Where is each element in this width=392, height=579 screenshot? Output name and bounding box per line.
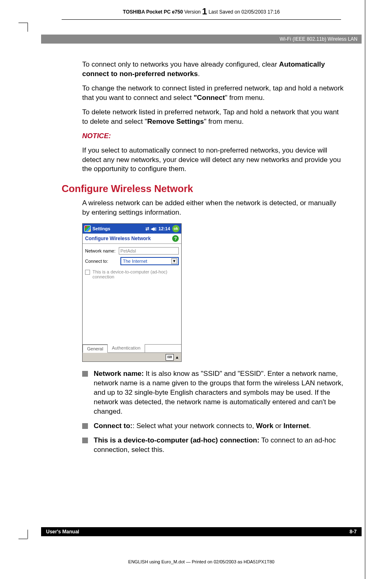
paragraph: A wireless network can be added either w…	[82, 199, 345, 218]
paragraph: If you select to automatically connect t…	[82, 146, 345, 174]
tab-bar: General Authentication	[83, 344, 181, 352]
footer-right: 8-7	[350, 529, 357, 535]
list-item: Network name: It is also know as "SSID" …	[82, 369, 345, 417]
paragraph: To connect only to networks you have alr…	[82, 60, 345, 79]
adhoc-checkbox-row[interactable]: This is a device-to-computer (ad-hoc) co…	[83, 269, 181, 283]
crop-mark	[28, 530, 28, 539]
ppc-title: Settings	[92, 226, 110, 231]
print-info: ENGLISH using Euro_M.dot — Printed on 02…	[41, 559, 362, 564]
clock: 12:14	[159, 226, 170, 231]
connect-to-label: Connect to:	[85, 259, 120, 264]
ppc-subheader: Configure Wireless Network ?	[83, 234, 181, 244]
crop-mark	[18, 539, 28, 539]
sip-bar: ⌨ ▲	[83, 352, 181, 361]
start-icon[interactable]	[84, 225, 91, 232]
adhoc-label: This is a device-to-computer (ad-hoc) co…	[92, 269, 179, 279]
pocketpc-screenshot: Settings ⇄ ◀ϵ 12:14 ok Configure Wireles…	[82, 223, 182, 362]
network-name-label: Network name:	[85, 248, 119, 253]
list-item: This is a device-to-computer (ad-hoc) co…	[82, 436, 345, 455]
footer-left: User's Manual	[46, 529, 79, 535]
paragraph: To change the network to connect listed …	[82, 84, 345, 103]
network-name-input[interactable]	[119, 247, 179, 255]
connectivity-icon[interactable]: ⇄	[145, 226, 149, 232]
running-header: TOSHIBA Pocket PC e750 Version 1 Last Sa…	[62, 6, 341, 20]
crop-mark	[28, 23, 28, 32]
ppc-titlebar: Settings ⇄ ◀ϵ 12:14 ok	[83, 224, 181, 234]
crop-mark	[365, 0, 365, 579]
section-banner: Wi-Fi (IEEE 802.11b) Wireless LAN	[41, 35, 362, 44]
saved-timestamp: Last Saved on 02/05/2003 17:16	[208, 9, 279, 15]
version-label: Version	[184, 9, 201, 15]
tab-general[interactable]: General	[83, 345, 108, 353]
version-number: 1	[202, 6, 207, 16]
help-icon[interactable]: ?	[172, 235, 179, 242]
notice-heading: NOTICE:	[82, 132, 345, 141]
volume-icon[interactable]: ◀ϵ	[151, 226, 157, 232]
connect-to-value: The Internet	[123, 259, 147, 264]
chevron-down-icon[interactable]: ▼	[171, 258, 177, 264]
keyboard-icon[interactable]: ⌨	[166, 354, 174, 361]
sip-arrow-icon[interactable]: ▲	[175, 354, 180, 361]
connect-to-select[interactable]: The Internet ▼	[120, 257, 179, 265]
tab-authentication[interactable]: Authentication	[108, 344, 145, 352]
page-footer: User's Manual 8-7	[41, 527, 362, 536]
product-name: TOSHIBA Pocket PC e750	[123, 9, 183, 15]
list-item: Connect to:: Select what your network co…	[82, 422, 345, 431]
ok-button[interactable]: ok	[172, 225, 180, 232]
section-heading: Configure Wireless Network	[62, 183, 362, 195]
paragraph: To delete network listed in preferred ne…	[82, 108, 345, 127]
crop-mark	[18, 23, 28, 23]
dialog-title: Configure Wireless Network	[85, 236, 151, 241]
checkbox-icon[interactable]	[85, 270, 90, 275]
